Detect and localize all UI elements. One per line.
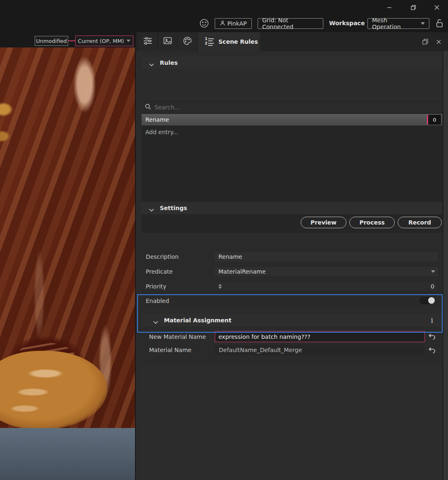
material-name-value: DefaultName_Default_Merge <box>219 347 302 353</box>
app-window: { "window": { "minimize_label": "minimiz… <box>0 0 448 480</box>
scene-rules-panel: 1 2 Scene Rules Rules <box>135 32 448 480</box>
material-name-field[interactable]: DefaultName_Default_Merge <box>215 345 425 355</box>
image-icon <box>163 36 173 47</box>
record-button[interactable]: Record <box>398 217 442 228</box>
new-material-name-input[interactable] <box>215 331 425 342</box>
workspace-label: Workspace <box>329 20 365 26</box>
panel-tab-bar: 1 2 Scene Rules <box>136 32 448 51</box>
chevron-down-icon <box>421 22 425 25</box>
chevron-down-icon <box>149 206 154 210</box>
sliders-icon <box>143 36 153 47</box>
viewport-3d-canvas[interactable] <box>0 47 135 480</box>
tab-materials[interactable] <box>178 32 197 51</box>
predicate-label: Predicate <box>146 268 173 275</box>
add-entry-row[interactable]: Add entry... <box>142 126 442 138</box>
viewport-hand-highlights <box>0 361 83 415</box>
svg-text:1: 1 <box>205 37 207 41</box>
title-bar <box>0 0 448 14</box>
info-icon[interactable]: i <box>431 316 433 324</box>
toggle-knob <box>428 297 435 304</box>
user-account-button[interactable]: PinkAP <box>215 18 252 29</box>
tab-scene-rules-label: Scene Rules <box>218 38 258 45</box>
person-icon <box>220 20 225 27</box>
settings-section-title: Settings <box>160 205 187 211</box>
current-state-label: Current (OP, MM) <box>78 38 124 44</box>
chevron-down-icon <box>153 319 158 322</box>
numbered-list-icon: 1 2 <box>204 36 214 47</box>
process-button[interactable]: Process <box>349 217 395 228</box>
smiley-icon[interactable] <box>199 19 209 30</box>
preview-button[interactable]: Preview <box>301 217 346 228</box>
lock-open-icon[interactable] <box>435 19 444 30</box>
settings-section-header[interactable]: Settings <box>142 202 442 214</box>
main-toolbar: PinkAP Grid: Not Connected Workspace Mes… <box>0 14 448 32</box>
priority-stepper[interactable]: 0 <box>214 281 439 292</box>
tab-scene-rules[interactable]: 1 2 Scene Rules <box>198 32 260 51</box>
workspace-dropdown-value: Mesh Operation <box>372 17 416 30</box>
restore-window-icon[interactable] <box>407 2 420 12</box>
description-field[interactable]: Rename <box>214 251 439 262</box>
rule-list-item-rename[interactable]: Rename 0 <box>142 114 442 125</box>
enabled-toggle[interactable] <box>419 297 436 304</box>
rule-count-badge: 0 <box>427 115 441 125</box>
rules-section-header[interactable]: Rules <box>142 57 442 69</box>
minimize-icon[interactable] <box>383 2 396 12</box>
add-entry-label: Add entry... <box>145 129 178 135</box>
close-panel-icon[interactable] <box>434 38 443 45</box>
current-state-dropdown[interactable]: Current (OP, MM) <box>75 35 133 46</box>
process-button-label: Process <box>359 219 384 226</box>
unmodified-state-button[interactable]: Unmodified <box>35 36 68 46</box>
rules-search-row <box>142 102 442 113</box>
grid-status-label: Grid: Not Connected <box>262 17 319 30</box>
undo-icon[interactable] <box>427 332 436 341</box>
close-window-icon[interactable] <box>431 2 443 12</box>
rule-name-label: Rename <box>145 116 169 123</box>
rules-section-title: Rules <box>160 59 178 66</box>
new-material-name-label: New Material Name <box>149 333 206 340</box>
material-assignment-title: Material Assignment <box>164 317 231 324</box>
user-account-label: PinkAP <box>227 20 247 27</box>
panel-scrollbar-gutter[interactable] <box>442 51 448 480</box>
viewport-sky-background <box>0 428 135 480</box>
settings-form: Description Rename Predicate MaterialRen… <box>142 246 442 308</box>
enabled-label: Enabled <box>146 298 169 304</box>
material-assignment-form: New Material Name Material Name DefaultN… <box>142 326 442 364</box>
chevron-down-icon <box>126 40 130 42</box>
svg-text:2: 2 <box>205 41 207 45</box>
undo-icon[interactable] <box>427 345 436 355</box>
search-icon <box>145 104 151 111</box>
stepper-arrows-icon[interactable] <box>218 284 222 289</box>
material-assignment-header[interactable]: Material Assignment i <box>142 314 442 326</box>
float-panel-icon[interactable] <box>421 38 430 45</box>
tab-textures[interactable] <box>158 32 178 51</box>
palette-icon <box>183 36 192 47</box>
grid-status-button[interactable]: Grid: Not Connected <box>258 18 323 29</box>
chevron-down-icon <box>431 270 435 273</box>
enabled-row <box>214 295 439 306</box>
material-name-label: Material Name <box>149 347 192 353</box>
description-label: Description <box>146 253 179 260</box>
rules-search-input[interactable] <box>154 104 402 111</box>
panel-empty-area <box>142 364 442 480</box>
priority-value: 0 <box>431 283 434 290</box>
state-connector-line <box>68 40 75 41</box>
unmodified-state-label: Unmodified <box>36 38 67 44</box>
description-value: Rename <box>218 253 242 260</box>
record-button-label: Record <box>408 219 431 226</box>
predicate-value: MaterialRename <box>218 268 265 275</box>
tab-properties[interactable] <box>138 32 158 51</box>
priority-label: Priority <box>146 283 166 290</box>
workspace-dropdown[interactable]: Mesh Operation <box>367 18 429 29</box>
preview-button-label: Preview <box>311 219 337 226</box>
chevron-down-icon <box>149 61 154 64</box>
predicate-dropdown[interactable]: MaterialRename <box>214 266 439 277</box>
